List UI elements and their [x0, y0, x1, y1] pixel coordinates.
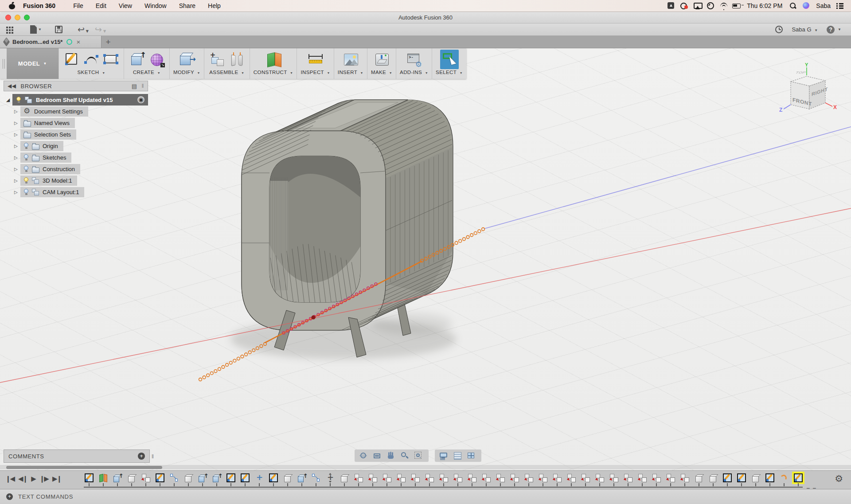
tool-icon-measure[interactable]: [306, 50, 325, 69]
tool-icon-scripts-addins[interactable]: [405, 50, 423, 69]
tool-icon-rectangle[interactable]: [101, 50, 120, 69]
ribbon-group-label[interactable]: CONSTRUCT ▼: [254, 70, 293, 76]
menu-item[interactable]: Edit: [90, 2, 113, 9]
browser-item-sketches[interactable]: Sketches: [20, 152, 71, 163]
ribbon-group-label[interactable]: INSERT ▼: [338, 70, 363, 76]
timeline-feature-extrude[interactable]: [113, 473, 122, 483]
timeline-feature-sketch[interactable]: [722, 473, 732, 483]
notification-list-icon[interactable]: [835, 2, 845, 10]
ribbon-group-label[interactable]: INSPECT ▼: [301, 70, 330, 76]
timeline-feature-extrude[interactable]: [297, 473, 307, 483]
timeline-feature-movecopy[interactable]: [425, 473, 434, 483]
menubar-icon-siri[interactable]: [802, 2, 812, 10]
timeline-feature-plane[interactable]: [98, 473, 108, 483]
browser-item-cam-layout-1[interactable]: CAM Layout:1: [20, 187, 84, 197]
browser-item-3d-model-1[interactable]: 3D Model:1: [20, 176, 77, 186]
expand-icon[interactable]: ▷: [14, 109, 20, 114]
browser-item-document-settings[interactable]: Document Settings: [20, 106, 88, 117]
browser-item-named-views[interactable]: Named Views: [20, 118, 75, 128]
horizontal-scrollbar[interactable]: [0, 465, 851, 469]
timeline-feature-sketch[interactable]: [793, 473, 803, 483]
ribbon-group-label[interactable]: ADD-INS ▼: [400, 70, 428, 76]
tool-icon-print-3d[interactable]: [372, 50, 391, 69]
nav-icon-grid-display[interactable]: [451, 451, 465, 460]
timeline-feature-sketch[interactable]: [84, 473, 94, 483]
expand-collapse-icon[interactable]: ◢: [4, 97, 12, 103]
timeline-feature-body[interactable]: [183, 473, 193, 483]
timeline-feature-movecopy[interactable]: [453, 473, 463, 483]
timeline-feature-movecopy[interactable]: [581, 473, 590, 483]
help-menu[interactable]: ?▼: [827, 26, 841, 34]
menubar-icon-battery[interactable]: [732, 2, 742, 10]
ribbon-group-label[interactable]: SKETCH ▼: [77, 70, 105, 76]
ribbon-group-label[interactable]: ASSEMBLE ▼: [209, 70, 244, 76]
menubar-user[interactable]: Saba: [816, 2, 831, 9]
tool-icon-press-pull[interactable]: [177, 50, 196, 69]
close-tab-icon[interactable]: ×: [76, 39, 80, 45]
activate-component-radio[interactable]: ◉: [137, 96, 144, 103]
nav-icon-orbit[interactable]: [357, 451, 371, 460]
nav-icon-display-settings[interactable]: [437, 451, 451, 460]
browser-item-origin[interactable]: Origin: [20, 141, 63, 151]
timeline-feature-joint[interactable]: [254, 473, 264, 483]
viewcube[interactable]: FRONT RIGHT TOP Y X Z: [779, 62, 837, 121]
menubar-icon-spotlight[interactable]: [789, 2, 798, 10]
expand-text-commands-icon[interactable]: +: [6, 493, 13, 500]
workspace-selector[interactable]: MODEL ▼: [7, 48, 59, 79]
playback-skip-start[interactable]: [5, 474, 14, 483]
file-menu-button[interactable]: ▼: [20, 25, 42, 35]
timeline-feature-sketch[interactable]: [240, 473, 250, 483]
app-menu-title[interactable]: Fusion 360: [23, 2, 55, 9]
menu-item[interactable]: Share: [173, 2, 202, 9]
timeline-feature-movecopy[interactable]: [396, 473, 406, 483]
visibility-bulb-icon[interactable]: [23, 177, 29, 184]
tool-icon-spline[interactable]: [82, 50, 101, 69]
tool-icon-extrude[interactable]: [128, 50, 146, 69]
app-grid-icon[interactable]: [6, 26, 13, 33]
menu-item[interactable]: Window: [138, 2, 173, 9]
tool-icon-joint[interactable]: [227, 50, 246, 69]
timeline-feature-points[interactable]: [311, 473, 321, 483]
timeline-feature-movecopy[interactable]: [439, 473, 449, 483]
timeline-feature-movecopy[interactable]: [538, 473, 548, 483]
timeline-feature-movecopy[interactable]: [637, 473, 647, 483]
save-button[interactable]: [55, 26, 62, 33]
nav-icon-zoom[interactable]: [398, 451, 412, 460]
redo-button[interactable]: ↪▼: [95, 25, 106, 35]
ribbon-group-label[interactable]: CREATE ▼: [133, 70, 160, 76]
timeline-feature-sweep[interactable]: [779, 473, 789, 483]
collapse-panel-icon[interactable]: ◀◀: [8, 83, 16, 89]
timeline-feature-move[interactable]: [325, 473, 335, 483]
browser-root-node[interactable]: Bedroom Shelf Updated v15 ◉: [12, 94, 148, 105]
playback-step-forward[interactable]: [39, 474, 48, 483]
timeline-feature-movecopy[interactable]: [510, 473, 519, 483]
menu-item[interactable]: Help: [202, 2, 227, 9]
expand-icon[interactable]: ▷: [14, 167, 20, 172]
menubar-icon-wifi[interactable]: [719, 2, 728, 10]
expand-icon[interactable]: ▷: [14, 144, 20, 148]
timeline-feature-movecopy[interactable]: [652, 473, 661, 483]
playback-step-back[interactable]: [18, 474, 27, 483]
tool-icon-select[interactable]: [440, 50, 459, 69]
menubar-icon-creative-cloud[interactable]: [679, 2, 689, 10]
timeline-feature-movecopy[interactable]: [552, 473, 562, 483]
expand-icon[interactable]: ▷: [14, 121, 20, 125]
nav-icon-pan[interactable]: [385, 451, 398, 460]
timeline-feature-body[interactable]: [694, 473, 704, 483]
timeline-feature-body[interactable]: [127, 473, 137, 483]
visibility-bulb-icon[interactable]: [16, 96, 21, 103]
ribbon-group-label[interactable]: MODIFY ▼: [173, 70, 200, 76]
visibility-bulb-icon[interactable]: [23, 142, 29, 149]
timeline-feature-movecopy[interactable]: [666, 473, 675, 483]
expand-icon[interactable]: ▷: [14, 155, 20, 160]
timeline-feature-movecopy[interactable]: [368, 473, 378, 483]
menu-item[interactable]: File: [67, 2, 90, 9]
timeline-feature-movecopy[interactable]: [354, 473, 363, 483]
timeline-feature-movecopy[interactable]: [623, 473, 633, 483]
nav-icon-zoom-window[interactable]: [412, 451, 426, 460]
apple-menu-icon[interactable]: [9, 3, 15, 9]
panel-grip-handle[interactable]: ‖: [142, 83, 144, 89]
visibility-bulb-icon[interactable]: [23, 188, 29, 195]
panel-grip-handle[interactable]: ‖: [152, 453, 154, 460]
ribbon-group-label[interactable]: SELECT ▼: [436, 70, 463, 76]
